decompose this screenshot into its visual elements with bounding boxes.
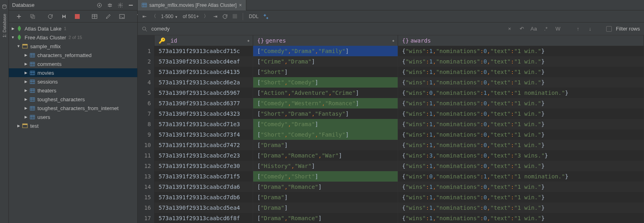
- filter-rows-checkbox[interactable]: [606, 26, 612, 32]
- table-row[interactable]: 7573a1390f29313caabcd4323["Short", "Dram…: [138, 108, 644, 119]
- match-case-icon[interactable]: Aa: [530, 26, 538, 32]
- database-tree[interactable]: ▶ Atlas Data Lake 1 ▼ Free Atlas Cluster…: [9, 23, 137, 223]
- row-number[interactable]: 4: [138, 77, 155, 88]
- cell-genres[interactable]: ["Drama"]: [253, 140, 398, 150]
- diff-icon[interactable]: [61, 13, 67, 20]
- tree-collection-toughest-characters-from-internet[interactable]: ▶toughest_characters_from_internet: [9, 104, 137, 113]
- cell-awards[interactable]: {"wins": 1, "nominations": 0, "text": "1…: [398, 129, 644, 140]
- add-sparkle-icon[interactable]: [263, 14, 269, 19]
- row-number[interactable]: 1: [138, 46, 155, 56]
- add-icon[interactable]: [16, 13, 22, 20]
- cell-id[interactable]: 573a1390f29313caabcd5967: [155, 88, 253, 98]
- prev-page-button[interactable]: 〈: [151, 13, 156, 20]
- table-row[interactable]: 4573a1391f29313caabcd6e2a["Short", "Come…: [138, 77, 644, 88]
- cell-genres[interactable]: ["Short", "Comedy", "Family"]: [253, 129, 398, 140]
- cell-genres[interactable]: ["Short", "Comedy"]: [253, 77, 398, 88]
- sort-icon[interactable]: ◆: [248, 39, 250, 43]
- row-number[interactable]: 7: [138, 108, 155, 119]
- gear-icon[interactable]: [117, 2, 124, 8]
- column-header-id[interactable]: 🔑_id◆: [155, 35, 253, 46]
- row-number[interactable]: 3: [138, 67, 155, 77]
- words-icon[interactable]: W: [554, 26, 562, 32]
- cell-genres[interactable]: ["History", "War"]: [253, 161, 398, 171]
- row-number[interactable]: 5: [138, 88, 155, 98]
- cell-id[interactable]: 573a1391f29313caabcd7e23: [155, 150, 253, 161]
- cell-awards[interactable]: {"wins": 1, "nominations": 0, "text": "1…: [398, 182, 644, 192]
- first-page-button[interactable]: ⇤: [142, 14, 147, 19]
- tree-collection-movies[interactable]: ▶movies: [9, 68, 137, 77]
- table-row[interactable]: 9573a1391f29313caabcd73f4["Short", "Come…: [138, 129, 644, 140]
- tree-collection-sessions[interactable]: ▶sessions: [9, 77, 137, 86]
- cell-id[interactable]: 573a1390f29313caabcd4eaf: [155, 56, 253, 67]
- cell-id[interactable]: 573a1391f29313caabcd6e2a: [155, 77, 253, 88]
- cell-awards[interactable]: {"wins": 1, "nominations": 0, "text": "1…: [398, 192, 644, 203]
- row-number[interactable]: 6: [138, 98, 155, 108]
- cell-id[interactable]: 573a1391f29313caabcd715c: [155, 46, 253, 56]
- cell-genres[interactable]: ["Comedy", "Drama", "Family"]: [253, 46, 398, 56]
- cell-id[interactable]: 573a1391f29313caabcd73f4: [155, 129, 253, 140]
- cell-awards[interactable]: {"wins": 1, "nominations": 0, "text": "1…: [398, 203, 644, 213]
- table-row[interactable]: 3573a1390f29313caabcd4135["Short"]{"wins…: [138, 67, 644, 77]
- table-row[interactable]: 10573a1391f29313caabcd7472["Drama"]{"win…: [138, 140, 644, 150]
- tab-movies[interactable]: sample_mflix.movies [Free Atlas Cluster]…: [138, 0, 246, 10]
- cell-id[interactable]: 573a1390f29313caabcd6377: [155, 98, 253, 108]
- target-icon[interactable]: [96, 2, 103, 8]
- table-row[interactable]: 17573a1391f29313caabcd6f8f["Drama", "Rom…: [138, 213, 644, 223]
- cell-awards[interactable]: {"wins": 1, "nominations": 0, "text": "1…: [398, 108, 644, 119]
- tree-datasource-datalake[interactable]: ▶ Atlas Data Lake 1: [9, 24, 137, 33]
- cell-id[interactable]: 573a1391f29313caabcd7472: [155, 140, 253, 150]
- cell-id[interactable]: 573a1391f29313caabcd71f5: [155, 171, 253, 182]
- tree-collection-toughest-characters[interactable]: ▶toughest_characters: [9, 95, 137, 104]
- cell-awards[interactable]: {"wins": 1, "nominations": 0, "text": "1…: [398, 119, 644, 129]
- table-row[interactable]: 6573a1390f29313caabcd6377["Comedy", "Wes…: [138, 98, 644, 108]
- cell-awards[interactable]: {"wins": 1, "nominations": 0, "text": "1…: [398, 56, 644, 67]
- cell-awards[interactable]: {"wins": 1, "nominations": 0, "text": "1…: [398, 213, 644, 223]
- cell-id[interactable]: 573a1391f29313caabcd7e30: [155, 161, 253, 171]
- row-number[interactable]: 8: [138, 119, 155, 129]
- table-row[interactable]: 12573a1391f29313caabcd7e30["History", "W…: [138, 161, 644, 171]
- tree-database-test[interactable]: ▶ test: [9, 121, 137, 130]
- tree-datasource-cluster[interactable]: ▼ Free Atlas Cluster 2 of 15: [9, 33, 137, 42]
- cell-awards[interactable]: {"wins": 1, "nominations": 0, "text": "1…: [398, 46, 644, 56]
- tree-collection-theaters[interactable]: ▶theaters: [9, 86, 137, 95]
- cell-genres[interactable]: ["Drama", "Romance"]: [253, 213, 398, 223]
- cell-genres[interactable]: ["Comedy", "Short"]: [253, 171, 398, 182]
- cell-genres[interactable]: ["Drama"]: [253, 203, 398, 213]
- cell-id[interactable]: 573a1390f29313caabcd4135: [155, 67, 253, 77]
- row-number[interactable]: 16: [138, 203, 155, 213]
- cell-awards[interactable]: {"wins": 1, "nominations": 0, "text": "1…: [398, 98, 644, 108]
- refresh-icon[interactable]: [47, 13, 53, 20]
- close-icon[interactable]: ×: [239, 2, 242, 8]
- row-number[interactable]: 9: [138, 129, 155, 140]
- clear-icon[interactable]: ×: [506, 26, 514, 32]
- cell-awards[interactable]: {"wins": 0, "nominations": 1, "text": "1…: [398, 171, 644, 182]
- cell-genres[interactable]: ["Drama", "Romance"]: [253, 182, 398, 192]
- next-page-button[interactable]: 〉: [204, 13, 208, 20]
- tool-window-rail[interactable]: 1: Database: [0, 0, 9, 223]
- prev-match-icon[interactable]: ↑: [574, 26, 582, 32]
- cell-genres[interactable]: ["Short", "Drama", "Fantasy"]: [253, 108, 398, 119]
- last-page-button[interactable]: ⇥: [213, 14, 217, 19]
- table-row[interactable]: 16573a1390f29313caabcd5ea4["Drama"]{"win…: [138, 203, 644, 213]
- table-row[interactable]: 11573a1391f29313caabcd7e23["Drama", "Rom…: [138, 150, 644, 161]
- stop-icon[interactable]: [75, 13, 80, 20]
- cell-genres[interactable]: ["Comedy", "Drama"]: [253, 119, 398, 129]
- cell-id[interactable]: 573a1391f29313caabcd7db6: [155, 192, 253, 203]
- tree-database-sample-mflix[interactable]: ▼ sample_mflix: [9, 42, 137, 51]
- cell-genres[interactable]: ["Action", "Adventure", "Crime"]: [253, 88, 398, 98]
- row-number[interactable]: 10: [138, 140, 155, 150]
- cell-genres[interactable]: ["Crime", "Drama"]: [253, 56, 398, 67]
- row-number[interactable]: 12: [138, 161, 155, 171]
- table-icon[interactable]: [92, 13, 97, 20]
- sort-icon[interactable]: ◆: [392, 39, 394, 43]
- cell-id[interactable]: 573a1390f29313caabcd4323: [155, 108, 253, 119]
- duplicate-icon[interactable]: [30, 13, 35, 20]
- tree-collection-characters-reformatted[interactable]: ▶characters_reformatted: [9, 51, 137, 59]
- table-row[interactable]: 1573a1391f29313caabcd715c["Comedy", "Dra…: [138, 46, 644, 56]
- table-row[interactable]: 2573a1390f29313caabcd4eaf["Crime", "Dram…: [138, 56, 644, 67]
- edit-icon[interactable]: [105, 13, 111, 20]
- cell-awards[interactable]: {"wins": 1, "nominations": 0, "text": "1…: [398, 161, 644, 171]
- data-grid[interactable]: 🔑_id◆ {}genres◆ {}awards 1573a1391f29313…: [138, 35, 644, 223]
- tree-collection-users[interactable]: ▶users: [9, 113, 137, 121]
- row-number[interactable]: 17: [138, 213, 155, 223]
